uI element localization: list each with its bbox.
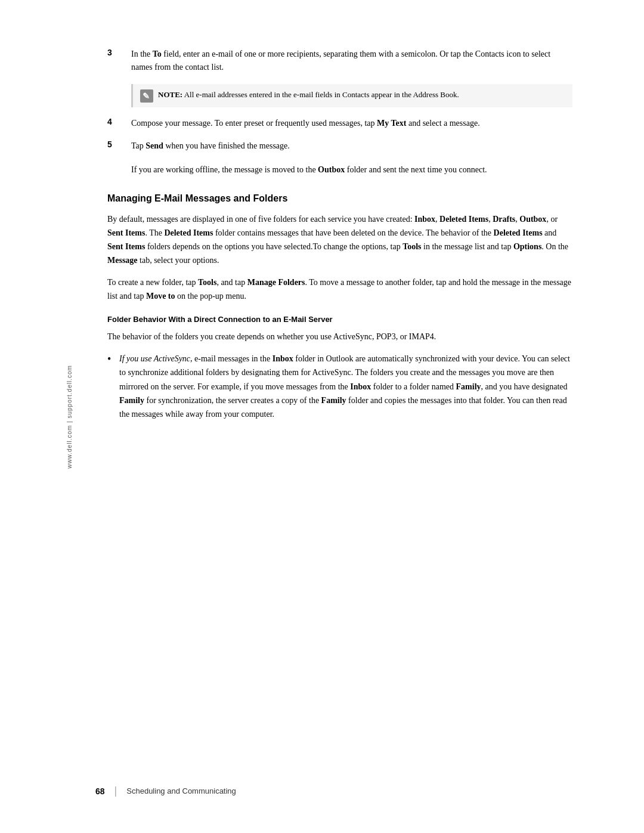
activesync-italic: If you use ActiveSync bbox=[119, 354, 190, 363]
bullet-dot: • bbox=[107, 352, 119, 367]
tools-bold-2: Tools bbox=[198, 278, 216, 287]
side-watermark-text: www.dell.com | support.dell.com bbox=[66, 365, 73, 469]
page-footer: 68 | Scheduling and Communicating bbox=[0, 785, 644, 797]
step-5-text: Tap Send when you have finished the mess… bbox=[131, 140, 572, 153]
note-body: All e-mail addresses entered in the e-ma… bbox=[182, 90, 459, 99]
step-4-mytext-bold: My Text bbox=[377, 119, 406, 128]
subsection-heading: Folder Behavior With a Direct Connection… bbox=[107, 315, 572, 324]
step-4: 4 Compose your message. To enter preset … bbox=[107, 117, 572, 130]
message-tab-bold: Message bbox=[107, 256, 138, 265]
bullet-item-activesync: • If you use ActiveSync, e-mail messages… bbox=[107, 352, 572, 420]
inbox-bold-1: Inbox bbox=[414, 215, 435, 224]
offline-text: If you are working offline, the message … bbox=[131, 163, 572, 176]
step-5: 5 Tap Send when you have finished the me… bbox=[107, 140, 572, 153]
family-bold-3: Family bbox=[321, 396, 346, 405]
note-icon: ✎ bbox=[140, 89, 153, 103]
svg-text:✎: ✎ bbox=[143, 91, 150, 101]
family-bold-2: Family bbox=[119, 396, 144, 405]
step-3-number: 3 bbox=[107, 48, 131, 57]
deleted-items-bold-2: Deleted Items bbox=[164, 228, 213, 237]
sent-items-bold-1: Sent Items bbox=[107, 228, 145, 237]
manage-folders-bold: Manage Folders bbox=[247, 278, 305, 287]
bullet-list: • If you use ActiveSync, e-mail messages… bbox=[107, 352, 572, 420]
outbox-bold-1: Outbox bbox=[519, 215, 546, 224]
outbox-bold: Outbox bbox=[318, 165, 345, 174]
page-number: 68 bbox=[95, 786, 105, 796]
move-to-bold: Move to bbox=[146, 292, 175, 301]
deleted-items-bold-1: Deleted Items bbox=[439, 215, 488, 224]
sent-items-bold-2: Sent Items bbox=[107, 242, 145, 251]
step-5-number: 5 bbox=[107, 140, 131, 149]
note-text: NOTE: All e-mail addresses entered in th… bbox=[158, 89, 459, 101]
section-paragraph-2: To create a new folder, tap Tools, and t… bbox=[107, 275, 572, 303]
options-bold: Options bbox=[513, 242, 541, 251]
content-area: 3 In the To field, enter an e-mail of on… bbox=[107, 48, 572, 421]
note-label: NOTE: bbox=[158, 90, 182, 99]
offline-body: If you are working offline, the message … bbox=[131, 163, 572, 176]
step-4-number: 4 bbox=[107, 117, 131, 126]
footer-divider: | bbox=[114, 785, 117, 797]
inbox-bold-3: Inbox bbox=[350, 382, 371, 391]
inbox-bold-2: Inbox bbox=[273, 354, 293, 363]
step-4-text: Compose your message. To enter preset or… bbox=[131, 117, 572, 130]
tools-bold-1: Tools bbox=[402, 242, 421, 251]
step-3-to-bold: To bbox=[153, 49, 162, 58]
page-container: www.dell.com | support.dell.com 3 In the… bbox=[0, 0, 644, 833]
footer-text: Scheduling and Communicating bbox=[126, 786, 236, 795]
step-3: 3 In the To field, enter an e-mail of on… bbox=[107, 48, 572, 75]
subsection-paragraph: The behavior of the folders you create d… bbox=[107, 330, 572, 343]
step-5-send-bold: Send bbox=[145, 141, 163, 150]
step-3-text: In the To field, enter an e-mail of one … bbox=[131, 48, 572, 75]
family-bold-1: Family bbox=[456, 382, 481, 391]
deleted-items-bold-3: Deleted Items bbox=[494, 228, 543, 237]
bullet-content-activesync: If you use ActiveSync, e-mail messages i… bbox=[119, 352, 572, 420]
drafts-bold: Drafts bbox=[493, 215, 515, 224]
section-paragraph-1: By default, messages are displayed in on… bbox=[107, 212, 572, 267]
note-box: ✎ NOTE: All e-mail addresses entered in … bbox=[131, 84, 572, 107]
section-heading: Managing E-Mail Messages and Folders bbox=[107, 193, 572, 204]
